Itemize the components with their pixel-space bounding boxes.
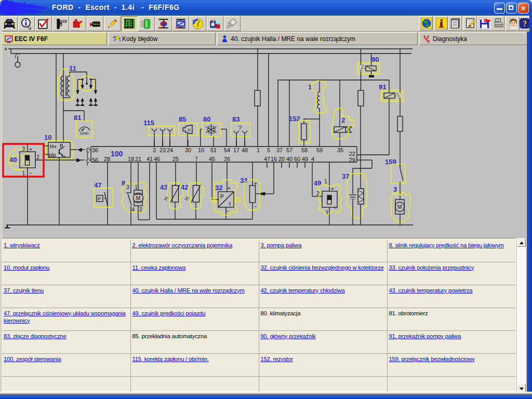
svg-text:1: 1 (135, 184, 138, 190)
svg-text:49: 49 (314, 179, 321, 187)
svg-text:42: 42 (181, 183, 188, 191)
svg-text:43: 43 (160, 183, 167, 191)
svg-text:10: 10 (44, 134, 51, 141)
svg-text:81: 81 (74, 114, 81, 122)
svg-text:57: 57 (286, 147, 292, 153)
svg-text:40: 40 (9, 156, 17, 164)
svg-text:A: A (188, 127, 191, 132)
svg-text:83: 83 (232, 115, 240, 123)
svg-text:3: 3 (126, 184, 129, 190)
svg-text:26: 26 (224, 156, 230, 162)
svg-text:P: P (220, 194, 224, 200)
svg-text:1: 1 (257, 147, 260, 153)
svg-text:7: 7 (195, 156, 198, 162)
svg-text:36: 36 (92, 147, 98, 153)
svg-text:1: 1 (22, 170, 25, 176)
svg-text:23: 23 (159, 147, 166, 153)
svg-text:49: 49 (302, 156, 308, 162)
svg-text:11: 11 (69, 64, 76, 72)
svg-text:90: 90 (371, 56, 379, 63)
svg-text:2: 2 (36, 154, 39, 160)
svg-text:51: 51 (210, 147, 217, 153)
svg-text:18: 18 (128, 156, 134, 162)
svg-text:2: 2 (139, 207, 142, 212)
svg-text:−: − (334, 205, 337, 211)
svg-text:54: 54 (224, 147, 230, 153)
svg-text:−: − (29, 170, 32, 176)
svg-text:80: 80 (203, 115, 210, 123)
svg-text:24: 24 (167, 147, 173, 153)
svg-text:32: 32 (215, 184, 222, 192)
svg-text:37: 37 (276, 147, 283, 153)
svg-text:20: 20 (278, 156, 285, 162)
svg-text:33: 33 (240, 177, 247, 184)
svg-text:1/min: 1/min (79, 131, 88, 135)
svg-text:3: 3 (393, 185, 397, 193)
svg-text:?: ? (523, 19, 527, 28)
svg-text:29: 29 (349, 157, 355, 163)
svg-text:+: + (228, 185, 231, 191)
svg-text:3: 3 (153, 147, 156, 153)
svg-text:91: 91 (379, 83, 386, 91)
svg-text:H+: H+ (50, 144, 57, 150)
svg-text:+: + (331, 186, 334, 192)
svg-text:17: 17 (233, 147, 240, 153)
svg-text:45: 45 (209, 156, 215, 162)
svg-text:−: − (254, 204, 257, 209)
svg-text:35: 35 (337, 147, 343, 153)
svg-text:30: 30 (185, 147, 191, 153)
svg-text:21: 21 (135, 156, 141, 162)
svg-text:P: P (98, 196, 101, 202)
svg-text:?: ? (118, 37, 121, 43)
svg-text:100: 100 (111, 150, 123, 158)
svg-text:47: 47 (264, 156, 270, 162)
svg-text:4: 4 (131, 207, 135, 212)
svg-text:M: M (397, 204, 402, 210)
svg-text:2: 2 (428, 40, 430, 43)
svg-text:59: 59 (316, 147, 323, 153)
svg-text:56: 56 (92, 157, 98, 163)
svg-text:M: M (136, 195, 140, 201)
svg-text:40: 40 (286, 156, 292, 162)
svg-text:pip: pip (49, 152, 56, 158)
svg-text:28: 28 (104, 156, 110, 162)
svg-text:115: 115 (143, 119, 154, 127)
svg-text:1: 1 (324, 179, 327, 184)
svg-text:22: 22 (349, 151, 355, 157)
svg-text:?: ? (238, 125, 242, 131)
svg-text:2: 2 (341, 116, 345, 124)
svg-text:1: 1 (308, 83, 312, 91)
svg-text:f: f (229, 202, 231, 207)
svg-text:58: 58 (301, 147, 308, 153)
svg-text:5: 5 (267, 147, 270, 153)
svg-text:+: + (29, 147, 32, 152)
svg-text:41: 41 (147, 156, 153, 162)
svg-text:4: 4 (311, 156, 314, 162)
svg-text:60: 60 (294, 156, 300, 162)
svg-text:46: 46 (154, 156, 160, 162)
svg-text:3: 3 (22, 146, 25, 152)
svg-text:+: + (4, 46, 7, 52)
svg-text:16: 16 (271, 156, 277, 162)
svg-text:48: 48 (242, 147, 248, 153)
svg-text:10: 10 (198, 147, 204, 153)
svg-text:85: 85 (179, 115, 186, 123)
svg-text:25: 25 (172, 156, 179, 162)
